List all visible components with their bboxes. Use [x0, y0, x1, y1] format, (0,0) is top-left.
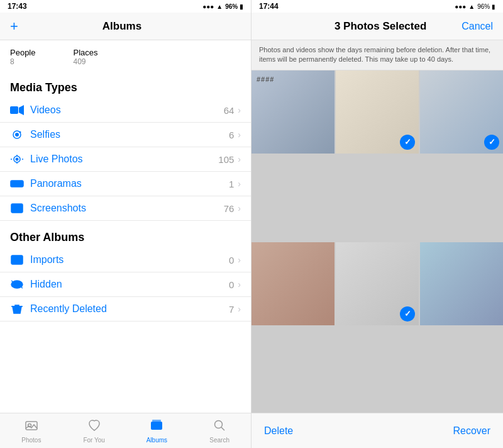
- right-panel: 17:44 ●●● ▲ 96% ▮ 3 Photos Selected Canc…: [252, 0, 503, 448]
- recently-deleted-label: Recently Deleted: [30, 303, 229, 315]
- imports-label: Imports: [30, 254, 229, 266]
- recently-deleted-count-chevron: 7 ›: [229, 304, 241, 315]
- hidden-item[interactable]: Hidden 0 ›: [0, 272, 251, 297]
- status-icons-left: ●●● ▲ 96% ▮: [202, 3, 243, 10]
- albums-tab-icon: [150, 418, 163, 435]
- tab-photos[interactable]: Photos: [0, 418, 63, 444]
- time-left: 17:43: [8, 2, 27, 11]
- photo-grid: #### ✓ ✓ ✓: [252, 70, 503, 413]
- selection-title: 3 Photos Selected: [334, 20, 426, 33]
- wifi-icon: ▲: [216, 3, 223, 10]
- live-photos-count-chevron: 105 ›: [218, 154, 241, 165]
- signal-icon: ●●●: [202, 3, 214, 10]
- panoramas-item[interactable]: Panoramas 1 ›: [0, 172, 251, 196]
- screenshots-item[interactable]: Screenshots 76 ›: [0, 196, 251, 221]
- svg-rect-0: [10, 106, 18, 114]
- hidden-count-chevron: 0 ›: [229, 279, 241, 290]
- selfies-label: Selfies: [30, 129, 229, 140]
- photo-cell-5[interactable]: ✓: [336, 242, 419, 325]
- video-icon: [10, 105, 28, 115]
- nav-bar-left: + Albums: [0, 13, 251, 40]
- signal-icon: ●●●: [455, 3, 466, 10]
- svg-line-26: [221, 427, 224, 430]
- add-album-button[interactable]: +: [10, 20, 18, 33]
- photo-cell-4[interactable]: [252, 242, 334, 325]
- battery-icon: 96% ▮: [225, 3, 243, 10]
- selection-badge-5: ✓: [400, 306, 415, 322]
- albums-tab-label: Albums: [146, 437, 167, 444]
- live-photo-icon: [10, 154, 28, 164]
- people-count: 8: [10, 57, 35, 66]
- svg-marker-1: [19, 105, 24, 115]
- hidden-label: Hidden: [30, 279, 229, 290]
- panoramas-label: Panoramas: [30, 178, 229, 189]
- action-bar-right: Delete Recover: [252, 413, 503, 448]
- live-photos-item[interactable]: Live Photos 105 ›: [0, 147, 251, 172]
- for-you-tab-label: For You: [83, 437, 104, 444]
- for-you-tab-icon: [87, 418, 101, 435]
- search-tab-label: Search: [209, 437, 229, 444]
- search-tab-icon: [213, 418, 226, 435]
- svg-point-6: [16, 158, 19, 161]
- places-count: 409: [73, 57, 97, 66]
- chevron-icon: ›: [238, 255, 241, 265]
- chevron-icon: ›: [238, 179, 241, 189]
- photo-cell-3[interactable]: ✓: [420, 70, 503, 154]
- hidden-icon: [10, 279, 28, 289]
- imports-item[interactable]: Imports 0 ›: [0, 248, 251, 272]
- tab-albums[interactable]: Albums: [126, 418, 189, 444]
- photo-cell-2[interactable]: ✓: [336, 70, 419, 154]
- videos-count-chevron: 64 ›: [224, 105, 241, 116]
- chevron-icon: ›: [238, 154, 241, 164]
- photo-cell-1[interactable]: ####: [252, 70, 334, 154]
- svg-rect-24: [152, 420, 161, 422]
- live-photos-label: Live Photos: [30, 154, 218, 165]
- status-bar-left: 17:43 ●●● ▲ 96% ▮: [0, 0, 251, 13]
- selfies-count-chevron: 6 ›: [229, 130, 241, 140]
- albums-content: People 8 Places 409 Media Types Videos 6…: [0, 40, 251, 413]
- imports-count-chevron: 0 ›: [229, 255, 241, 266]
- photo-text-1: ####: [257, 76, 274, 83]
- delete-button[interactable]: Delete: [264, 425, 293, 437]
- videos-item[interactable]: Videos 64 ›: [0, 98, 251, 123]
- svg-rect-13: [13, 206, 21, 211]
- panoramas-count-chevron: 1 ›: [229, 179, 241, 189]
- selection-badge-2: ✓: [400, 135, 415, 150]
- import-icon: [10, 255, 28, 265]
- chevron-icon: ›: [238, 130, 241, 140]
- svg-point-3: [15, 133, 19, 137]
- svg-rect-23: [151, 422, 162, 430]
- battery-icon: 96% ▮: [477, 3, 495, 10]
- selfies-item[interactable]: Selfies 6 ›: [0, 123, 251, 147]
- other-albums-header: Other Albums: [0, 221, 251, 248]
- time-right: 17:44: [259, 2, 279, 11]
- albums-title: Albums: [102, 20, 141, 33]
- tab-for-you[interactable]: For You: [63, 418, 126, 444]
- wifi-icon: ▲: [468, 3, 475, 10]
- nav-bar-right: 3 Photos Selected Cancel: [252, 13, 503, 40]
- recently-deleted-item[interactable]: Recently Deleted 7 ›: [0, 297, 251, 322]
- tab-search[interactable]: Search: [188, 418, 251, 444]
- status-bar-right: 17:44 ●●● ▲ 96% ▮: [252, 0, 503, 13]
- svg-point-25: [215, 420, 223, 428]
- people-label: People: [10, 48, 35, 57]
- places-album[interactable]: Places 409: [73, 48, 97, 66]
- selection-badge-3: ✓: [484, 135, 499, 150]
- chevron-icon: ›: [238, 203, 241, 213]
- photo-cell-6[interactable]: [420, 242, 503, 325]
- notification-banner: Photos and videos show the days remainin…: [252, 40, 503, 70]
- screenshots-count-chevron: 76 ›: [224, 203, 241, 214]
- selfie-icon: [10, 130, 28, 140]
- tab-bar-left: Photos For You Albums Search: [0, 413, 251, 448]
- status-icons-right: ●●● ▲ 96% ▮: [455, 3, 495, 10]
- media-types-header: Media Types: [0, 71, 251, 98]
- recover-button[interactable]: Recover: [453, 425, 490, 437]
- svg-point-4: [19, 132, 21, 133]
- chevron-icon: ›: [238, 304, 241, 314]
- screenshot-icon: [10, 203, 28, 213]
- people-album[interactable]: People 8: [10, 48, 35, 66]
- left-panel: 17:43 ●●● ▲ 96% ▮ + Albums People 8 Plac…: [0, 0, 252, 448]
- chevron-icon: ›: [238, 279, 241, 289]
- people-places-row: People 8 Places 409: [0, 40, 251, 71]
- cancel-button[interactable]: Cancel: [462, 21, 493, 32]
